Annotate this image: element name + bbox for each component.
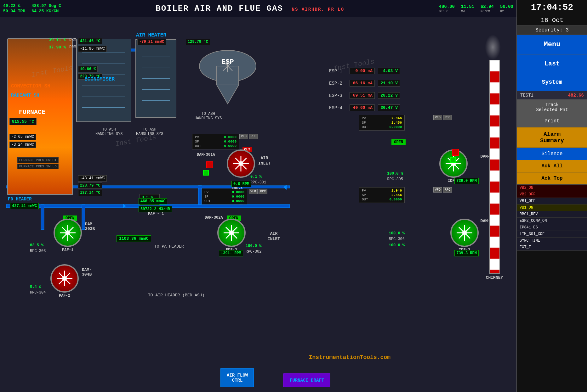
rr-val2: 11.51 [461, 4, 474, 9]
reading-val-1: 49.22 % [3, 3, 25, 8]
fdf1-pvsp2: PV 0.0000 SP 0.0000 OUT 0.0000 [202, 189, 247, 204]
paf1-mmwc2: 468.85 mmWC [139, 198, 167, 204]
fdf1-rpc-btn[interactable]: RPC [249, 134, 258, 139]
furnace-pressure2: -3.24 mmWC [9, 142, 36, 148]
track-button[interactable]: Track Selected Pnt [517, 100, 587, 115]
svg-point-25 [462, 230, 467, 235]
air-flow-ctrl-btn[interactable]: AIR FLOW CTRL [220, 368, 254, 387]
idf2-rpm: 739.3 RPM [454, 250, 479, 256]
fdf1-fan-circle[interactable] [227, 149, 255, 178]
paf1-fan-circle[interactable] [54, 219, 82, 247]
fdf1-sp-label: SP [195, 140, 199, 143]
esp2-label: ESP-2 [329, 81, 346, 86]
page-title: BOILER AIR AND FLUE GAS NS AIRHDR. PR LO [61, 4, 439, 13]
fdf1-green-box [203, 170, 209, 176]
alarm-item-9[interactable]: EXT_T [517, 244, 587, 251]
esp1-v: 4.03 V [378, 68, 400, 74]
rpc-btn-2[interactable]: RPC [443, 187, 452, 193]
pv-label-2: PV [362, 189, 366, 193]
paf2-area: PAF-2 DAM-304B [50, 264, 79, 298]
fdf1-fan-svg [231, 154, 250, 173]
rpc301-pct: 0.1 % [250, 175, 262, 179]
esp-row-3: ESP-3 69.51 mA 28.22 V [329, 92, 400, 99]
rpc-btn-1[interactable]: RPC [443, 115, 452, 120]
esp3-v: 28.22 V [378, 92, 400, 99]
esp-shape: ESP [195, 41, 261, 113]
fdf1-vfd-btn[interactable]: VFD [239, 134, 248, 139]
idf1-green-box [450, 157, 456, 163]
test1-value: 482.66 [568, 93, 584, 98]
diagram: CONVECTION SH RADIANT SH FURNACE 815.55 … [0, 17, 516, 392]
furnace-pres-sw-hi: FURNACE PRES SW HI [17, 157, 59, 163]
drm-val2: 37.90 % [49, 45, 66, 50]
ack-top-button[interactable]: Ack Top [517, 172, 587, 185]
top-readings-left: 49.22 % 50.04 TPH 488.97 Deg C 64.25 KG/… [3, 3, 61, 14]
to-pa-header: TO PA HEADER [154, 244, 184, 249]
esp2-ma: 66.16 mA [350, 80, 375, 87]
esp2-v: 21.10 V [378, 80, 400, 87]
rr-val3: 62.94 [481, 4, 494, 9]
dam304b-label: DAM-304B [82, 267, 92, 277]
vfd-btn-3[interactable]: VFD [249, 189, 258, 194]
last-button[interactable]: Last [517, 54, 587, 73]
rpc306-pct2: 100.0 % [389, 243, 405, 248]
ack-all-button[interactable]: Ack All [517, 160, 587, 172]
air-heater-mmwc: -79.21 mmWC [137, 39, 166, 45]
system-button[interactable]: System [517, 73, 587, 91]
top-readings-right: 486.00 DEG C 11.51 MW 62.94 KG/CM 50.00 … [439, 4, 513, 13]
rpc304-pct: 0.4 % [30, 285, 41, 289]
silence-button[interactable]: Silence [517, 148, 587, 160]
idf1-sp-upper: 2.456 [391, 121, 402, 125]
fdf1-pv2-label: PV [204, 190, 208, 194]
dam303b-label: DAM-303B [85, 222, 95, 231]
alarm-item-6[interactable]: IP841_ES [517, 224, 587, 231]
fdf1-vfd-rpc: VFD RPC [239, 134, 258, 139]
rr-val4: 50.00 [500, 4, 513, 9]
drm-val1: 39.11 % [49, 38, 66, 42]
idf1-pv-upper: 2.946 [391, 116, 402, 120]
alarm-item-5[interactable]: ESP2_CONV_ON [517, 218, 587, 224]
paf2-fan-circle[interactable] [50, 264, 79, 293]
fdf1-out-label: OUT [195, 144, 201, 148]
alarm-item-0[interactable]: VB2_ON [517, 185, 587, 191]
fdf1-vfd-rpc2: VFD RPC [249, 189, 267, 194]
fdf1-sp2: 0.0000 [232, 195, 244, 199]
alarm-item-2[interactable]: VB1_OFF [517, 198, 587, 204]
date-display: 16 Oct [517, 15, 587, 26]
fdf2-fan-circle[interactable] [217, 219, 246, 247]
right-panel: 17:04:52 16 Oct Security: 3 Menu Last Sy… [516, 0, 587, 392]
svg-rect-1 [41, 204, 44, 230]
air-inlet-1: AIRINLET [258, 156, 271, 166]
print-button[interactable]: Print [517, 115, 587, 127]
fdf1-pvsp: PV 0.0000 SP 0.0000 OUT 0.0000 [192, 134, 239, 149]
paf2-label-text: PAF-2 [50, 294, 79, 298]
alarm-item-1[interactable]: VB2_OFF [517, 191, 587, 198]
chimney-body [489, 60, 500, 274]
vfd-btn-2[interactable]: VFD [433, 187, 442, 193]
alarm-item-8[interactable]: SYNC_TIME [517, 238, 587, 244]
esp4-label: ESP-4 [329, 105, 346, 110]
svg-point-30 [238, 161, 243, 166]
furnace-draft-btn[interactable]: FURNACE DRAFT [283, 373, 330, 387]
rr-unit4: Hz [500, 10, 513, 13]
idf1-rpm: 739.0 RPM [454, 178, 479, 184]
vfd-btn-1[interactable]: VFD [433, 115, 442, 120]
svg-point-45 [62, 276, 67, 281]
econ-below3: 137.14 °C [78, 190, 102, 196]
rpc302-pct: 100.0 % [246, 244, 261, 248]
paf2-fan-svg [55, 269, 74, 288]
idf2-fan-circle[interactable] [450, 219, 479, 247]
rpc301-label: RPC-301 [250, 180, 266, 185]
esp-row-4: ESP-4 40.60 mA 30.47 V [329, 104, 400, 111]
alarm-item-7[interactable]: LTM_301_XOF [517, 231, 587, 238]
alarm-summary-button[interactable]: Alarm Summary [517, 127, 587, 148]
chimney-label: CHIMNEY [485, 275, 504, 280]
econ-temp2: -11.96 mmWC [78, 46, 107, 52]
menu-button[interactable]: Menu [517, 35, 587, 54]
to-ash-label-1: TO ASH HANDLING SYS [195, 112, 222, 120]
alarm-item-4[interactable]: RBC1_REV [517, 211, 587, 218]
rpc-btn-3[interactable]: RPC [259, 189, 267, 194]
dam301a-label: DAM-301A [197, 153, 215, 157]
alarm-item-3[interactable]: VB1_ON [517, 204, 587, 211]
rr-unit1: DEG C [439, 10, 455, 13]
